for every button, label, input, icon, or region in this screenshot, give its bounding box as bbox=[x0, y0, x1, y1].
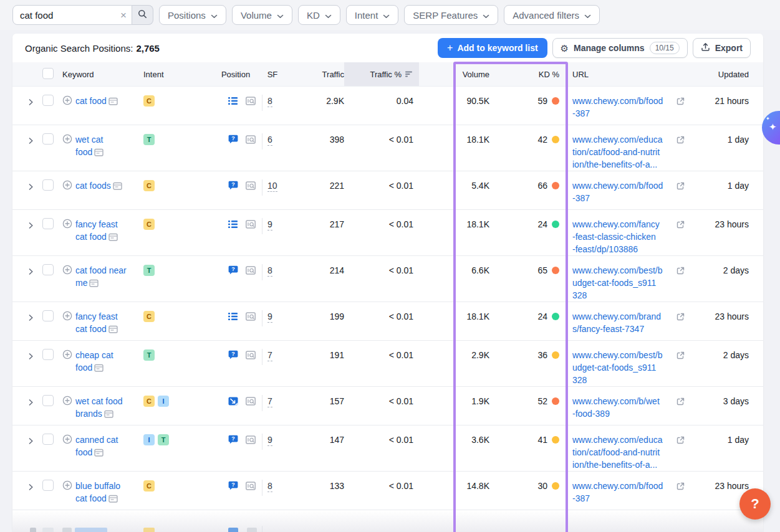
keyword-link[interactable]: wet cat foodbrands bbox=[75, 396, 123, 419]
row-checkbox[interactable] bbox=[42, 395, 54, 406]
external-link-icon[interactable] bbox=[676, 396, 685, 409]
add-keyword-icon[interactable] bbox=[62, 349, 72, 375]
expand-chevron-icon[interactable] bbox=[28, 482, 37, 494]
position-value[interactable]: 6 bbox=[267, 135, 272, 146]
row-checkbox[interactable] bbox=[42, 218, 54, 229]
filter-serp-features[interactable]: SERP Features bbox=[404, 5, 498, 25]
paa-feature-icon[interactable]: ? bbox=[228, 181, 239, 193]
paa-feature-icon[interactable]: ? bbox=[228, 265, 239, 278]
serp-preview-icon[interactable] bbox=[246, 350, 256, 363]
list-feature-icon[interactable] bbox=[228, 96, 239, 108]
row-checkbox[interactable] bbox=[42, 95, 54, 106]
add-keyword-icon[interactable] bbox=[62, 265, 72, 290]
row-checkbox[interactable] bbox=[42, 179, 54, 191]
position-value[interactable]: 7 bbox=[267, 396, 272, 407]
serp-snapshot-icon[interactable] bbox=[108, 96, 118, 108]
external-link-icon[interactable] bbox=[676, 219, 685, 232]
manage-columns-button[interactable]: ⚙ Manage columns 10/15 bbox=[552, 38, 688, 58]
expand-chevron-icon[interactable] bbox=[28, 351, 37, 363]
position-value[interactable]: 9 bbox=[267, 435, 272, 446]
help-button[interactable]: ? bbox=[739, 488, 771, 520]
header-url[interactable]: URL bbox=[568, 70, 692, 79]
position-value[interactable]: 7 bbox=[267, 350, 272, 361]
header-intent[interactable]: Intent bbox=[143, 70, 209, 79]
url-link[interactable]: www.chewy.com/best/budget-cat-foods_s911… bbox=[572, 264, 677, 302]
header-volume[interactable]: Volume bbox=[463, 70, 496, 79]
header-position[interactable]: Position bbox=[221, 70, 250, 79]
url-link[interactable]: www.chewy.com/b/wet-food-389 bbox=[572, 395, 677, 420]
external-link-icon[interactable] bbox=[676, 350, 685, 363]
header-kd[interactable]: KD % bbox=[539, 70, 568, 79]
position-value[interactable]: 8 bbox=[267, 265, 272, 277]
expand-chevron-icon[interactable] bbox=[28, 397, 37, 409]
serp-snapshot-icon[interactable] bbox=[108, 493, 118, 506]
serp-snapshot-icon[interactable] bbox=[94, 363, 104, 375]
header-traffic-pct[interactable]: Traffic % bbox=[344, 62, 419, 86]
add-keyword-icon[interactable] bbox=[62, 480, 72, 506]
serp-preview-icon[interactable] bbox=[246, 311, 256, 324]
row-checkbox[interactable] bbox=[42, 133, 54, 145]
keyword-link[interactable]: cat food bbox=[75, 96, 107, 106]
header-keyword[interactable]: Keyword bbox=[62, 70, 143, 79]
position-value[interactable]: 8 bbox=[267, 96, 272, 107]
header-updated[interactable]: Updated bbox=[718, 70, 763, 79]
url-link[interactable]: www.chewy.com/education/cat/food-and-nut… bbox=[572, 434, 677, 471]
url-link[interactable]: www.chewy.com/b/food-387 bbox=[572, 179, 677, 204]
header-sf[interactable]: SF bbox=[267, 70, 278, 79]
serp-snapshot-icon[interactable] bbox=[94, 147, 104, 159]
expand-chevron-icon[interactable] bbox=[28, 135, 37, 148]
filter-volume[interactable]: Volume bbox=[232, 5, 292, 25]
serp-preview-icon[interactable] bbox=[246, 181, 256, 193]
serp-preview-icon[interactable] bbox=[246, 96, 256, 108]
list-feature-icon[interactable] bbox=[228, 219, 239, 232]
add-to-keyword-list-button[interactable]: + Add to keyword list bbox=[438, 38, 547, 58]
row-checkbox[interactable] bbox=[42, 434, 54, 445]
expand-chevron-icon[interactable] bbox=[28, 97, 37, 109]
url-link[interactable]: www.chewy.com/b/food-387 bbox=[572, 480, 677, 505]
add-keyword-icon[interactable] bbox=[62, 396, 72, 421]
external-link-icon[interactable] bbox=[676, 435, 685, 447]
paa-feature-icon[interactable]: ? bbox=[228, 435, 239, 447]
keyword-link[interactable]: cat food nearme bbox=[75, 265, 127, 288]
filter-advanced-filters[interactable]: Advanced filters bbox=[504, 5, 600, 25]
filter-kd[interactable]: KD bbox=[298, 5, 340, 25]
serp-snapshot-icon[interactable] bbox=[108, 232, 118, 244]
url-link[interactable]: www.chewy.com/brands/fancy-feast-7347 bbox=[572, 310, 677, 335]
paa-feature-icon[interactable]: ? bbox=[228, 481, 239, 493]
add-keyword-icon[interactable] bbox=[62, 180, 72, 193]
serp-preview-icon[interactable] bbox=[246, 265, 256, 278]
external-link-icon[interactable] bbox=[676, 481, 685, 493]
serp-snapshot-icon[interactable] bbox=[113, 181, 122, 193]
filter-positions[interactable]: Positions bbox=[159, 5, 226, 25]
serp-snapshot-icon[interactable] bbox=[108, 324, 118, 336]
expand-chevron-icon[interactable] bbox=[28, 266, 37, 278]
expand-chevron-icon[interactable] bbox=[28, 220, 37, 232]
serp-preview-icon[interactable] bbox=[246, 135, 256, 147]
add-keyword-icon[interactable] bbox=[62, 95, 72, 108]
url-link[interactable]: www.chewy.com/best/budget-cat-foods_s911… bbox=[572, 349, 677, 386]
clear-search-icon[interactable]: × bbox=[120, 10, 127, 21]
add-keyword-icon[interactable] bbox=[62, 134, 72, 159]
add-keyword-icon[interactable] bbox=[62, 311, 72, 336]
image-feature-icon[interactable] bbox=[228, 396, 239, 409]
url-link[interactable]: www.chewy.com/fancy-feast-classic-chicke… bbox=[572, 218, 677, 255]
list-feature-icon[interactable] bbox=[228, 311, 239, 324]
serp-snapshot-icon[interactable] bbox=[94, 447, 104, 460]
add-keyword-icon[interactable] bbox=[62, 219, 72, 244]
search-box[interactable]: × bbox=[12, 5, 132, 25]
row-checkbox[interactable] bbox=[42, 310, 54, 321]
expand-chevron-icon[interactable] bbox=[28, 181, 37, 194]
serp-preview-icon[interactable] bbox=[246, 435, 256, 447]
serp-snapshot-icon[interactable] bbox=[104, 409, 113, 421]
header-traffic[interactable]: Traffic bbox=[322, 70, 344, 79]
expand-chevron-icon[interactable] bbox=[28, 435, 37, 448]
external-link-icon[interactable] bbox=[676, 181, 685, 193]
row-checkbox[interactable] bbox=[42, 480, 54, 491]
serp-preview-icon[interactable] bbox=[246, 481, 256, 493]
expand-chevron-icon[interactable] bbox=[28, 312, 37, 325]
serp-preview-icon[interactable] bbox=[246, 219, 256, 232]
ai-assistant-tab[interactable]: ✦ ✦ bbox=[762, 111, 780, 145]
position-value[interactable]: 10 bbox=[267, 181, 277, 192]
url-link[interactable]: www.chewy.com/b/food-387 bbox=[572, 95, 677, 120]
position-value[interactable]: 9 bbox=[267, 311, 272, 323]
